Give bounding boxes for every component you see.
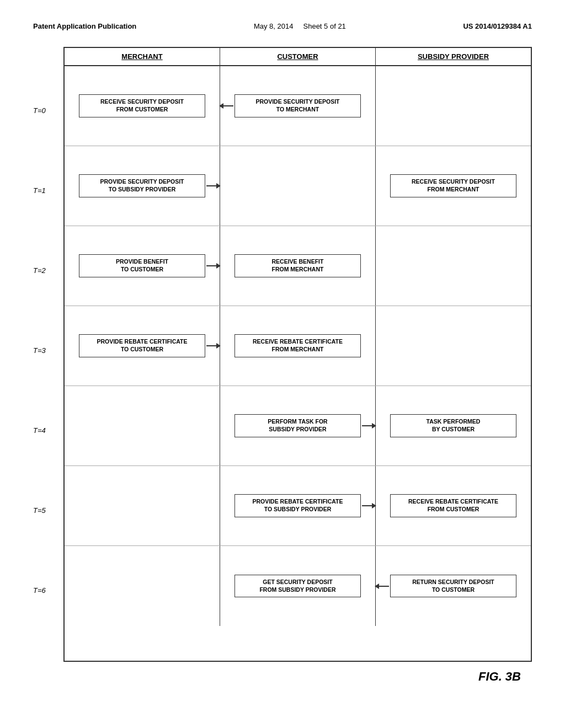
cell-t3-merchant: PROVIDE REBATE CERTIFICATETO CUSTOMER bbox=[65, 306, 220, 386]
header-right: US 2014/0129384 A1 bbox=[463, 22, 532, 30]
arrow-head-right bbox=[372, 503, 376, 508]
proc-box-t2-customer: RECEIVE BENEFITFROM MERCHANT bbox=[234, 254, 361, 277]
column-headers: MERCHANT CUSTOMER SUBSIDY PROVIDER bbox=[65, 48, 531, 66]
header-left: Patent Application Publication bbox=[33, 22, 136, 30]
cell-t2-subsidy bbox=[376, 226, 531, 306]
cell-t0-merchant: RECEIVE SECURITY DEPOSITFROM CUSTOMER bbox=[65, 66, 220, 146]
cell-t5-customer: PROVIDE REBATE CERTIFICATETO SUBSIDY PRO… bbox=[220, 466, 376, 545]
cell-t0-customer: PROVIDE SECURITY DEPOSITTO MERCHANT bbox=[220, 66, 376, 146]
cell-t3-subsidy bbox=[376, 306, 531, 386]
arrow-t4-c-to-s bbox=[362, 423, 376, 429]
proc-box-t1-subsidy: RECEIVE SECURITY DEPOSITFROM MERCHANT bbox=[390, 174, 516, 197]
arrow-head-right bbox=[216, 263, 221, 269]
arrow-t3-m-to-c bbox=[206, 343, 221, 349]
col-header-customer: CUSTOMER bbox=[220, 48, 376, 65]
proc-box-t0-customer: PROVIDE SECURITY DEPOSITTO MERCHANT bbox=[234, 94, 361, 117]
arrow-line bbox=[206, 185, 216, 186]
arrow-head-left bbox=[375, 584, 379, 589]
cell-t0-subsidy bbox=[376, 66, 531, 146]
arrow-line bbox=[206, 345, 216, 346]
time-label-t1: T=1 bbox=[33, 182, 58, 262]
table-row: GET SECURITY DEPOSITFROM SUBSIDY PROVIDE… bbox=[65, 546, 531, 626]
proc-box-t4-subsidy: TASK PERFORMEDBY CUSTOMER bbox=[390, 414, 516, 437]
cell-t1-subsidy: RECEIVE SECURITY DEPOSITFROM MERCHANT bbox=[376, 146, 531, 226]
proc-box-t3-customer: RECEIVE REBATE CERTIFICATEFROM MERCHANT bbox=[234, 334, 361, 357]
time-label-t4: T=4 bbox=[33, 422, 58, 502]
header-center: May 8, 2014 Sheet 5 of 21 bbox=[254, 22, 346, 30]
arrow-head-right bbox=[216, 183, 221, 189]
header-date: May 8, 2014 bbox=[254, 22, 294, 30]
cell-t5-subsidy: RECEIVE REBATE CERTIFICATEFROM CUSTOMER bbox=[376, 466, 531, 545]
arrow-head-left bbox=[219, 103, 223, 109]
cell-t2-merchant: PROVIDE BENEFITTO CUSTOMER bbox=[65, 226, 220, 306]
table-row: PERFORM TASK FORSUBSIDY PROVIDER TASK PE… bbox=[65, 386, 531, 466]
arrow-t1-m-to-s bbox=[206, 183, 221, 189]
cell-t6-customer: GET SECURITY DEPOSITFROM SUBSIDY PROVIDE… bbox=[220, 546, 376, 626]
time-label-t0 bbox=[33, 74, 58, 102]
arrow-line bbox=[362, 425, 372, 426]
header-sheet: Sheet 5 of 21 bbox=[303, 22, 346, 30]
time-label-t3: T=3 bbox=[33, 342, 58, 422]
time-label-t6: T=6 bbox=[33, 582, 58, 662]
arrow-line bbox=[223, 105, 233, 106]
time-axis: T=0 T=1 T=2 T=3 T=4 T=5 T=6 bbox=[33, 47, 63, 662]
proc-box-t6-subsidy: RETURN SECURITY DEPOSITTO CUSTOMER bbox=[390, 575, 516, 597]
arrow-line bbox=[362, 505, 372, 506]
proc-box-t0-merchant: RECEIVE SECURITY DEPOSITFROM CUSTOMER bbox=[79, 94, 205, 117]
page-header: Patent Application Publication May 8, 20… bbox=[33, 22, 532, 30]
cell-t4-merchant bbox=[65, 386, 220, 465]
cell-t6-merchant bbox=[65, 546, 220, 626]
arrow-head-right bbox=[216, 343, 221, 349]
cell-t4-customer: PERFORM TASK FORSUBSIDY PROVIDER bbox=[220, 386, 376, 465]
table-row: PROVIDE REBATE CERTIFICATETO SUBSIDY PRO… bbox=[65, 466, 531, 546]
arrow-head-right bbox=[372, 423, 376, 429]
cell-t4-subsidy: TASK PERFORMEDBY CUSTOMER bbox=[376, 386, 531, 465]
time-label-t2: T=2 bbox=[33, 262, 58, 342]
proc-box-t4-customer: PERFORM TASK FORSUBSIDY PROVIDER bbox=[234, 414, 361, 437]
arrow-line bbox=[206, 265, 216, 266]
diagram-grid: MERCHANT CUSTOMER SUBSIDY PROVIDER RECEI… bbox=[63, 47, 532, 662]
proc-box-t3-merchant: PROVIDE REBATE CERTIFICATETO CUSTOMER bbox=[79, 334, 205, 357]
page: Patent Application Publication May 8, 20… bbox=[0, 0, 565, 728]
table-row: PROVIDE REBATE CERTIFICATETO CUSTOMER RE… bbox=[65, 306, 531, 386]
arrow-t5-c-to-s bbox=[362, 503, 376, 508]
proc-box-t6-customer: GET SECURITY DEPOSITFROM SUBSIDY PROVIDE… bbox=[234, 575, 361, 597]
proc-box-t5-customer: PROVIDE REBATE CERTIFICATETO SUBSIDY PRO… bbox=[234, 494, 361, 517]
table-row: PROVIDE BENEFITTO CUSTOMER RECEIVE BENEF… bbox=[65, 226, 531, 306]
diagram-container: T=0 T=1 T=2 T=3 T=4 T=5 T=6 MERCHANT CUS… bbox=[33, 47, 532, 662]
table-row: PROVIDE SECURITY DEPOSITTO SUBSIDY PROVI… bbox=[65, 146, 531, 226]
table-row: RECEIVE SECURITY DEPOSITFROM CUSTOMER PR… bbox=[65, 66, 531, 146]
col-header-merchant: MERCHANT bbox=[65, 48, 220, 65]
time-label-t0: T=0 bbox=[33, 102, 58, 182]
time-label-t5: T=5 bbox=[33, 502, 58, 582]
cell-t1-merchant: PROVIDE SECURITY DEPOSITTO SUBSIDY PROVI… bbox=[65, 146, 220, 226]
arrow-t6-s-to-c bbox=[375, 584, 389, 589]
arrow-line bbox=[379, 586, 389, 587]
arrow-t2-m-to-c bbox=[206, 263, 221, 269]
cell-t3-customer: RECEIVE REBATE CERTIFICATEFROM MERCHANT bbox=[220, 306, 376, 386]
proc-box-t5-subsidy: RECEIVE REBATE CERTIFICATEFROM CUSTOMER bbox=[390, 494, 516, 517]
arrow-t0-c-to-m bbox=[219, 103, 233, 109]
cell-t1-customer bbox=[220, 146, 376, 226]
proc-box-t1-merchant: PROVIDE SECURITY DEPOSITTO SUBSIDY PROVI… bbox=[79, 174, 205, 197]
proc-box-t2-merchant: PROVIDE BENEFITTO CUSTOMER bbox=[79, 254, 205, 277]
cell-t2-customer: RECEIVE BENEFITFROM MERCHANT bbox=[220, 226, 376, 306]
cell-t5-merchant bbox=[65, 466, 220, 545]
col-header-subsidy: SUBSIDY PROVIDER bbox=[376, 48, 531, 65]
cell-t6-subsidy: RETURN SECURITY DEPOSITTO CUSTOMER bbox=[376, 546, 531, 626]
fig-label: FIG. 3B bbox=[478, 670, 521, 684]
